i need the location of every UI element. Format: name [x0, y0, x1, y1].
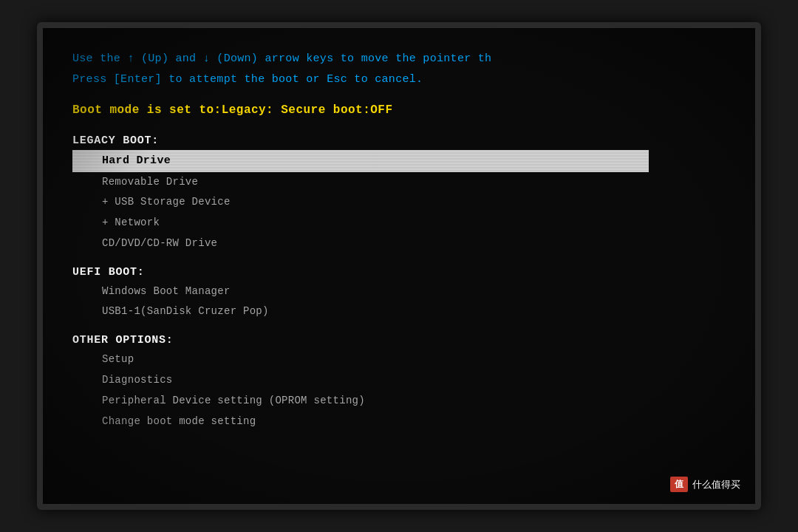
bios-screen: Use the ↑ (Up) and ↓ (Down) arrow keys t… [43, 28, 755, 504]
boot-item-removable-drive[interactable]: Removable Drive [72, 172, 726, 193]
monitor-frame: Use the ↑ (Up) and ↓ (Down) arrow keys t… [37, 22, 761, 510]
other-options-section: OTHER OPTIONS: Setup Diagnostics Periphe… [72, 334, 726, 432]
watermark: 值 什么值得买 [670, 477, 740, 492]
watermark-logo: 值 [670, 477, 688, 492]
boot-item-peripheral[interactable]: Peripheral Device setting (OPROM setting… [72, 391, 726, 412]
boot-mode-status: Boot mode is set to:Legacy: Secure boot:… [72, 103, 726, 117]
boot-item-cddvd[interactable]: CD/DVD/CD-RW Drive [72, 233, 726, 254]
boot-item-change-boot-mode[interactable]: Change boot mode setting [72, 412, 726, 432]
uefi-boot-label: UEFI BOOT: [72, 266, 726, 279]
boot-item-usb-storage[interactable]: + USB Storage Device [72, 192, 726, 213]
boot-item-diagnostics[interactable]: Diagnostics [72, 370, 726, 391]
instructions-block: Use the ↑ (Up) and ↓ (Down) arrow keys t… [72, 50, 726, 89]
instruction-line-1: Use the ↑ (Up) and ↓ (Down) arrow keys t… [72, 50, 726, 68]
boot-item-usb1[interactable]: USB1-1(SanDisk Cruzer Pop) [72, 301, 726, 322]
watermark-text: 什么值得买 [692, 478, 740, 491]
uefi-boot-section: UEFI BOOT: Windows Boot Manager USB1-1(S… [72, 266, 726, 323]
other-options-label: OTHER OPTIONS: [72, 334, 726, 347]
legacy-boot-label: LEGACY BOOT: [72, 134, 726, 147]
instruction-line-2: Press [Enter] to attempt the boot or Esc… [72, 71, 726, 89]
boot-item-hard-drive[interactable]: Hard Drive [72, 150, 649, 172]
boot-item-windows-boot-manager[interactable]: Windows Boot Manager [72, 282, 726, 302]
boot-item-network[interactable]: + Network [72, 213, 726, 233]
boot-item-setup[interactable]: Setup [72, 349, 726, 370]
legacy-boot-section: LEGACY BOOT: Hard Drive Removable Drive … [72, 134, 726, 254]
